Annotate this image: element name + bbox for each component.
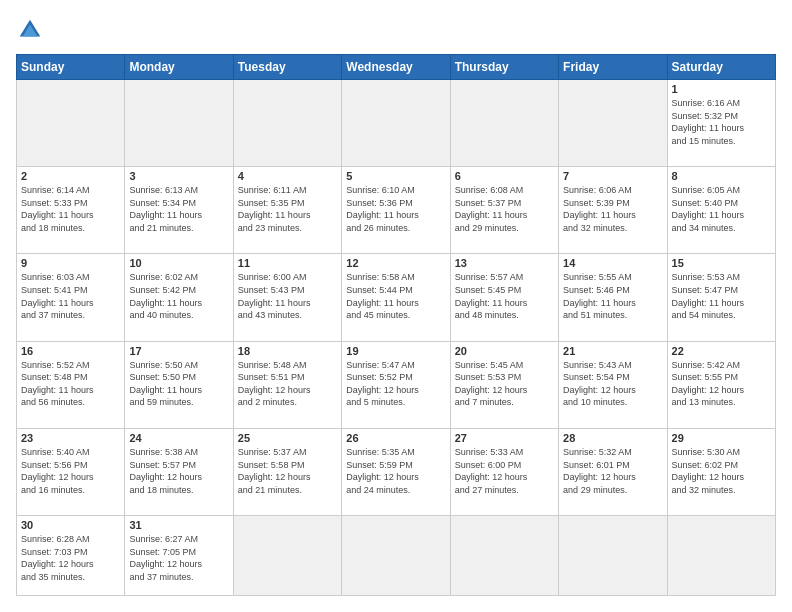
weekday-header-saturday: Saturday: [667, 55, 775, 80]
day-number: 11: [238, 257, 337, 269]
day-number: 22: [672, 345, 771, 357]
calendar-cell: [559, 80, 667, 167]
day-number: 1: [672, 83, 771, 95]
day-info: Sunrise: 6:10 AM Sunset: 5:36 PM Dayligh…: [346, 184, 445, 234]
logo-icon: [16, 16, 44, 44]
day-number: 7: [563, 170, 662, 182]
day-info: Sunrise: 5:40 AM Sunset: 5:56 PM Dayligh…: [21, 446, 120, 496]
calendar-cell: 22Sunrise: 5:42 AM Sunset: 5:55 PM Dayli…: [667, 341, 775, 428]
week-row-5: 23Sunrise: 5:40 AM Sunset: 5:56 PM Dayli…: [17, 428, 776, 515]
day-info: Sunrise: 6:16 AM Sunset: 5:32 PM Dayligh…: [672, 97, 771, 147]
calendar-cell: 24Sunrise: 5:38 AM Sunset: 5:57 PM Dayli…: [125, 428, 233, 515]
day-number: 5: [346, 170, 445, 182]
calendar-cell: [559, 516, 667, 596]
day-info: Sunrise: 6:27 AM Sunset: 7:05 PM Dayligh…: [129, 533, 228, 583]
day-info: Sunrise: 5:37 AM Sunset: 5:58 PM Dayligh…: [238, 446, 337, 496]
day-number: 8: [672, 170, 771, 182]
day-info: Sunrise: 5:53 AM Sunset: 5:47 PM Dayligh…: [672, 271, 771, 321]
calendar-cell: 30Sunrise: 6:28 AM Sunset: 7:03 PM Dayli…: [17, 516, 125, 596]
calendar-cell: 9Sunrise: 6:03 AM Sunset: 5:41 PM Daylig…: [17, 254, 125, 341]
day-number: 29: [672, 432, 771, 444]
day-info: Sunrise: 5:52 AM Sunset: 5:48 PM Dayligh…: [21, 359, 120, 409]
week-row-4: 16Sunrise: 5:52 AM Sunset: 5:48 PM Dayli…: [17, 341, 776, 428]
day-info: Sunrise: 5:43 AM Sunset: 5:54 PM Dayligh…: [563, 359, 662, 409]
day-info: Sunrise: 5:45 AM Sunset: 5:53 PM Dayligh…: [455, 359, 554, 409]
calendar-cell: 12Sunrise: 5:58 AM Sunset: 5:44 PM Dayli…: [342, 254, 450, 341]
day-number: 3: [129, 170, 228, 182]
calendar-cell: 4Sunrise: 6:11 AM Sunset: 5:35 PM Daylig…: [233, 167, 341, 254]
page: SundayMondayTuesdayWednesdayThursdayFrid…: [0, 0, 792, 612]
day-info: Sunrise: 5:32 AM Sunset: 6:01 PM Dayligh…: [563, 446, 662, 496]
day-info: Sunrise: 6:11 AM Sunset: 5:35 PM Dayligh…: [238, 184, 337, 234]
calendar-cell: [125, 80, 233, 167]
day-info: Sunrise: 5:33 AM Sunset: 6:00 PM Dayligh…: [455, 446, 554, 496]
calendar-cell: 7Sunrise: 6:06 AM Sunset: 5:39 PM Daylig…: [559, 167, 667, 254]
day-number: 27: [455, 432, 554, 444]
day-info: Sunrise: 5:35 AM Sunset: 5:59 PM Dayligh…: [346, 446, 445, 496]
calendar-cell: [667, 516, 775, 596]
calendar-cell: 1Sunrise: 6:16 AM Sunset: 5:32 PM Daylig…: [667, 80, 775, 167]
calendar-cell: 27Sunrise: 5:33 AM Sunset: 6:00 PM Dayli…: [450, 428, 558, 515]
calendar-cell: 21Sunrise: 5:43 AM Sunset: 5:54 PM Dayli…: [559, 341, 667, 428]
day-number: 20: [455, 345, 554, 357]
week-row-2: 2Sunrise: 6:14 AM Sunset: 5:33 PM Daylig…: [17, 167, 776, 254]
day-number: 15: [672, 257, 771, 269]
day-number: 10: [129, 257, 228, 269]
weekday-header-wednesday: Wednesday: [342, 55, 450, 80]
day-number: 26: [346, 432, 445, 444]
calendar-cell: 26Sunrise: 5:35 AM Sunset: 5:59 PM Dayli…: [342, 428, 450, 515]
calendar-cell: 19Sunrise: 5:47 AM Sunset: 5:52 PM Dayli…: [342, 341, 450, 428]
calendar-cell: 16Sunrise: 5:52 AM Sunset: 5:48 PM Dayli…: [17, 341, 125, 428]
day-info: Sunrise: 6:08 AM Sunset: 5:37 PM Dayligh…: [455, 184, 554, 234]
day-info: Sunrise: 5:38 AM Sunset: 5:57 PM Dayligh…: [129, 446, 228, 496]
calendar-cell: 10Sunrise: 6:02 AM Sunset: 5:42 PM Dayli…: [125, 254, 233, 341]
weekday-header-friday: Friday: [559, 55, 667, 80]
day-info: Sunrise: 6:06 AM Sunset: 5:39 PM Dayligh…: [563, 184, 662, 234]
day-number: 14: [563, 257, 662, 269]
day-number: 28: [563, 432, 662, 444]
day-number: 12: [346, 257, 445, 269]
day-info: Sunrise: 6:14 AM Sunset: 5:33 PM Dayligh…: [21, 184, 120, 234]
day-number: 9: [21, 257, 120, 269]
header: [16, 16, 776, 44]
calendar-cell: 20Sunrise: 5:45 AM Sunset: 5:53 PM Dayli…: [450, 341, 558, 428]
calendar-cell: 17Sunrise: 5:50 AM Sunset: 5:50 PM Dayli…: [125, 341, 233, 428]
day-number: 31: [129, 519, 228, 531]
calendar-table: SundayMondayTuesdayWednesdayThursdayFrid…: [16, 54, 776, 596]
calendar-cell: 5Sunrise: 6:10 AM Sunset: 5:36 PM Daylig…: [342, 167, 450, 254]
calendar-cell: 29Sunrise: 5:30 AM Sunset: 6:02 PM Dayli…: [667, 428, 775, 515]
day-info: Sunrise: 5:47 AM Sunset: 5:52 PM Dayligh…: [346, 359, 445, 409]
weekday-header-sunday: Sunday: [17, 55, 125, 80]
week-row-3: 9Sunrise: 6:03 AM Sunset: 5:41 PM Daylig…: [17, 254, 776, 341]
day-number: 24: [129, 432, 228, 444]
day-number: 2: [21, 170, 120, 182]
day-info: Sunrise: 6:05 AM Sunset: 5:40 PM Dayligh…: [672, 184, 771, 234]
calendar-cell: 3Sunrise: 6:13 AM Sunset: 5:34 PM Daylig…: [125, 167, 233, 254]
day-info: Sunrise: 5:48 AM Sunset: 5:51 PM Dayligh…: [238, 359, 337, 409]
calendar-cell: 15Sunrise: 5:53 AM Sunset: 5:47 PM Dayli…: [667, 254, 775, 341]
weekday-header-thursday: Thursday: [450, 55, 558, 80]
calendar-cell: 18Sunrise: 5:48 AM Sunset: 5:51 PM Dayli…: [233, 341, 341, 428]
day-info: Sunrise: 6:02 AM Sunset: 5:42 PM Dayligh…: [129, 271, 228, 321]
calendar-cell: [233, 516, 341, 596]
day-number: 21: [563, 345, 662, 357]
day-number: 16: [21, 345, 120, 357]
calendar-cell: 8Sunrise: 6:05 AM Sunset: 5:40 PM Daylig…: [667, 167, 775, 254]
weekday-header-monday: Monday: [125, 55, 233, 80]
day-number: 23: [21, 432, 120, 444]
calendar-cell: 11Sunrise: 6:00 AM Sunset: 5:43 PM Dayli…: [233, 254, 341, 341]
day-info: Sunrise: 6:13 AM Sunset: 5:34 PM Dayligh…: [129, 184, 228, 234]
day-number: 4: [238, 170, 337, 182]
day-info: Sunrise: 5:55 AM Sunset: 5:46 PM Dayligh…: [563, 271, 662, 321]
day-info: Sunrise: 5:57 AM Sunset: 5:45 PM Dayligh…: [455, 271, 554, 321]
calendar-cell: 2Sunrise: 6:14 AM Sunset: 5:33 PM Daylig…: [17, 167, 125, 254]
week-row-1: 1Sunrise: 6:16 AM Sunset: 5:32 PM Daylig…: [17, 80, 776, 167]
day-info: Sunrise: 5:58 AM Sunset: 5:44 PM Dayligh…: [346, 271, 445, 321]
day-info: Sunrise: 6:00 AM Sunset: 5:43 PM Dayligh…: [238, 271, 337, 321]
day-number: 6: [455, 170, 554, 182]
logo: [16, 16, 48, 44]
calendar-cell: 13Sunrise: 5:57 AM Sunset: 5:45 PM Dayli…: [450, 254, 558, 341]
day-info: Sunrise: 5:50 AM Sunset: 5:50 PM Dayligh…: [129, 359, 228, 409]
day-info: Sunrise: 5:30 AM Sunset: 6:02 PM Dayligh…: [672, 446, 771, 496]
calendar-cell: 23Sunrise: 5:40 AM Sunset: 5:56 PM Dayli…: [17, 428, 125, 515]
